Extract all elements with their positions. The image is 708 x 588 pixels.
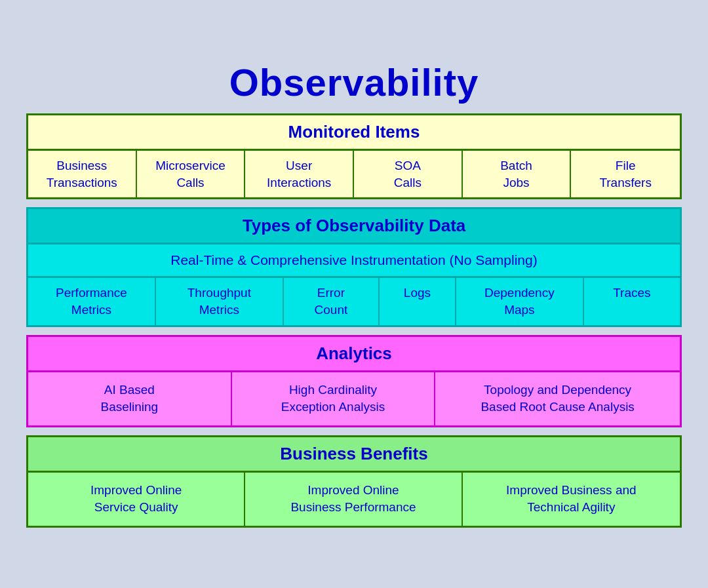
types-cell-3: Logs (380, 278, 456, 324)
benefits-grid: Improved OnlineService Quality Improved … (28, 473, 680, 526)
monitored-item-0: BusinessTransactions (28, 151, 137, 197)
types-cell-5: Traces (584, 278, 680, 324)
monitored-items-grid: BusinessTransactions MicroserviceCalls U… (28, 151, 680, 197)
types-section: Types of Observability Data Real-Time & … (26, 207, 682, 326)
analytics-section: Analytics AI BasedBaselining High Cardin… (26, 335, 682, 427)
analytics-header: Analytics (28, 337, 680, 372)
types-cell-1: ThroughputMetrics (156, 278, 284, 324)
analytics-grid: AI BasedBaselining High CardinalityExcep… (28, 372, 680, 425)
benefits-cell-0: Improved OnlineService Quality (28, 473, 245, 526)
monitored-items-header: Monitored Items (28, 115, 680, 151)
benefits-cell-1: Improved OnlineBusiness Performance (245, 473, 462, 526)
instrumentation-row: Real-Time & Comprehensive Instrumentatio… (28, 245, 680, 278)
types-cell-4: DependencyMaps (456, 278, 584, 324)
monitored-item-4: BatchJobs (463, 151, 572, 197)
monitored-item-1: MicroserviceCalls (137, 151, 246, 197)
analytics-cell-1: High CardinalityException Analysis (232, 372, 436, 425)
page-title: Observability (26, 60, 682, 104)
monitored-item-2: UserInteractions (245, 151, 354, 197)
benefits-header: Business Benefits (28, 437, 680, 473)
benefits-cell-2: Improved Business andTechnical Agility (463, 473, 680, 526)
types-cell-2: ErrorCount (284, 278, 380, 324)
types-grid: PerformanceMetrics ThroughputMetrics Err… (28, 278, 680, 324)
types-header: Types of Observability Data (28, 209, 680, 245)
benefits-section: Business Benefits Improved OnlineService… (26, 435, 682, 528)
monitored-items-section: Monitored Items BusinessTransactions Mic… (26, 113, 682, 199)
types-cell-0: PerformanceMetrics (28, 278, 156, 324)
monitored-item-3: SOACalls (354, 151, 463, 197)
analytics-cell-0: AI BasedBaselining (28, 372, 232, 425)
analytics-cell-2: Topology and DependencyBased Root Cause … (435, 372, 680, 425)
main-container: Observability Monitored Items BusinessTr… (20, 54, 688, 534)
monitored-item-5: FileTransfers (571, 151, 680, 197)
